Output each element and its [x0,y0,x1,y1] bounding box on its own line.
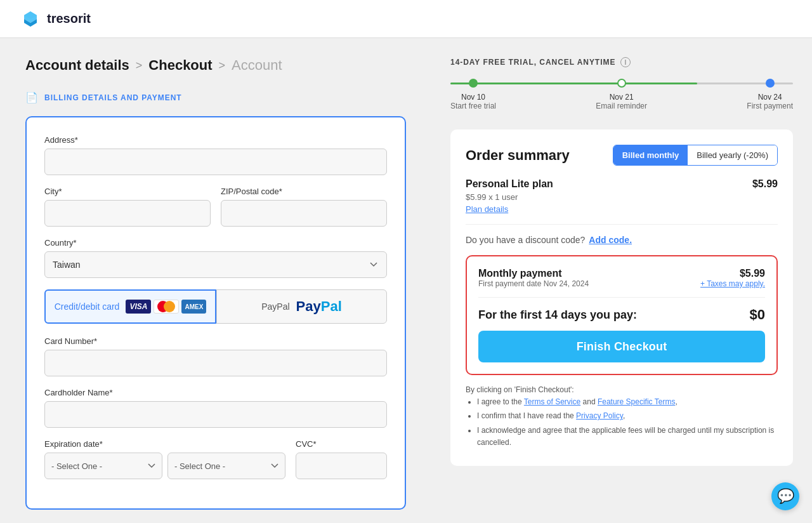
expiry-cvc-row: Expiration date* - Select One - 01020304… [44,439,387,491]
add-code-link[interactable]: Add code. [589,235,632,245]
billing-period-tabs: Billed monthly Billed yearly (-20%) [613,145,778,166]
expiry-label: Expiration date* [44,439,285,449]
billing-form-card: Address* City* ZIP/Postal code* Country*… [25,116,406,510]
visa-icon: VISA [126,300,151,314]
trial-info-icon[interactable]: i [620,57,631,67]
first-14-row: For the first 14 days you pay: $0 [478,307,765,323]
address-input[interactable] [44,149,387,175]
zip-group: ZIP/Postal code* [221,187,387,227]
header: tresorit [0,0,812,38]
timeline-dot-1: Nov 10 Start free trial [450,79,496,110]
payment-summary-box: Monthly payment First payment date Nov 2… [466,255,778,375]
card-number-group: Card Number* [44,336,387,376]
taxes-note[interactable]: + Taxes may apply. [700,279,765,288]
monthly-payment-label: Monthly payment [478,268,589,279]
dot-2-date: Nov 21 [610,93,634,102]
billing-monthly-tab[interactable]: Billed monthly [613,145,688,165]
city-group: City* [44,187,211,227]
breadcrumb-sep2: > [219,59,226,72]
plan-info: Personal Lite plan $5.99 x 1 user Plan d… [466,178,553,214]
monthly-payment-row: Monthly payment First payment date Nov 2… [478,268,765,288]
logo[interactable]: tresorit [19,8,91,30]
zip-input[interactable] [221,200,387,227]
trial-timeline: Nov 10 Start free trial Nov 21 Email rem… [450,79,793,110]
pp-link[interactable]: Privacy Policy [576,411,623,420]
first-14-label: For the first 14 days you pay: [478,308,637,322]
first-14-price: $0 [750,307,765,323]
cvc-input[interactable] [296,453,387,479]
trial-banner: 14-DAY FREE TRIAL, CANCEL ANYTIME i [450,57,793,67]
dot-3 [766,79,775,88]
expiry-group: Expiration date* - Select One - 01020304… [44,439,285,479]
chat-fab[interactable]: 💬 [771,482,799,510]
summary-divider [478,297,765,298]
monthly-payment-left: Monthly payment First payment date Nov 2… [478,268,589,288]
cvc-label: CVC* [296,439,387,449]
timeline-dot-2: Nov 21 Email reminder [596,79,647,110]
country-label: Country* [44,238,387,248]
paypal-tab[interactable]: PayPal PayPal [216,289,387,324]
timeline-dots: Nov 10 Start free trial Nov 21 Email rem… [450,79,793,110]
tresorit-logo-icon [19,8,42,30]
fst-link[interactable]: Feature Specific Terms [598,397,676,406]
cardholder-label: Cardholder Name* [44,388,387,397]
plan-name: Personal Lite plan [466,178,553,190]
mastercard-icon [154,300,179,314]
cardholder-group: Cardholder Name* [44,388,387,428]
right-panel: 14-DAY FREE TRIAL, CANCEL ANYTIME i Nov … [431,38,812,523]
billing-yearly-tab[interactable]: Billed yearly (-20%) [688,145,777,165]
breadcrumb-step1[interactable]: Account details [25,57,129,74]
legal-list: I agree to the Terms of Service and Feat… [466,396,778,449]
discount-text: Do you have a discount code? [466,235,585,245]
expiry-selects: - Select One - 01020304 05060708 0910111… [44,453,285,479]
cardholder-input[interactable] [44,401,387,428]
legal-item-3: I acknowledge and agree that the applica… [477,425,778,449]
legal-item-1: I agree to the Terms of Service and Feat… [477,396,778,408]
city-input[interactable] [44,200,211,227]
plan-price: $5.99 [752,178,778,190]
trial-banner-text: 14-DAY FREE TRIAL, CANCEL ANYTIME [450,58,615,67]
breadcrumb-step3: Account [232,57,282,74]
paypal-logo: PayPal [296,298,342,315]
dot-1 [469,79,478,88]
city-label: City* [44,187,211,196]
chat-icon: 💬 [777,488,794,505]
card-number-label: Card Number* [44,336,387,346]
expiry-month-select[interactable]: - Select One - 01020304 05060708 0910111… [44,453,162,479]
amex-icon: AMEX [181,300,206,314]
timeline-dot-3: Nov 24 First payment [747,79,793,110]
billing-monthly-label: Billed monthly [622,150,679,160]
dot-2 [617,79,626,88]
credit-debit-tab[interactable]: Credit/debit card VISA AMEX [44,289,216,324]
plan-row: Personal Lite plan $5.99 x 1 user Plan d… [466,178,778,225]
tos-link[interactable]: Terms of Service [524,397,580,406]
credit-debit-tab-label: Credit/debit card [55,301,120,312]
left-panel: Account details > Checkout > Account 📄 B… [0,38,431,523]
breadcrumb-step2[interactable]: Checkout [148,57,212,74]
billing-section-title: 📄 BILLING DETAILS AND PAYMENT [25,91,406,103]
billing-icon: 📄 [25,91,38,103]
city-zip-row: City* ZIP/Postal code* [44,187,387,238]
logo-text: tresorit [47,11,91,26]
card-number-input[interactable] [44,350,387,376]
finish-checkout-button[interactable]: Finish Checkout [478,331,765,362]
expiry-year-select[interactable]: - Select One - 2024202520262027 20282029… [167,453,285,479]
country-group: Country* Taiwan United States United Kin… [44,238,387,278]
breadcrumb-sep1: > [136,59,143,72]
dot-3-desc: First payment [747,102,793,110]
billing-title-text: BILLING DETAILS AND PAYMENT [44,93,182,102]
zip-label: ZIP/Postal code* [221,187,387,196]
dot-3-date: Nov 24 [758,93,782,102]
order-summary-title: Order summary [466,147,570,164]
paypal-tab-label: PayPal [261,301,289,312]
plan-details-link[interactable]: Plan details [466,204,553,214]
breadcrumb: Account details > Checkout > Account [25,57,406,74]
country-select[interactable]: Taiwan United States United Kingdom Germ… [44,251,387,278]
dot-1-date: Nov 10 [461,93,485,102]
dot-1-desc: Start free trial [450,102,496,110]
payment-method-tabs: Credit/debit card VISA AMEX PayPal PayPa… [44,289,387,324]
address-group: Address* [44,135,387,175]
address-label: Address* [44,135,387,145]
main-content: Account details > Checkout > Account 📄 B… [0,38,812,523]
legal-item-2: I confirm that I have read the Privacy P… [477,410,778,422]
